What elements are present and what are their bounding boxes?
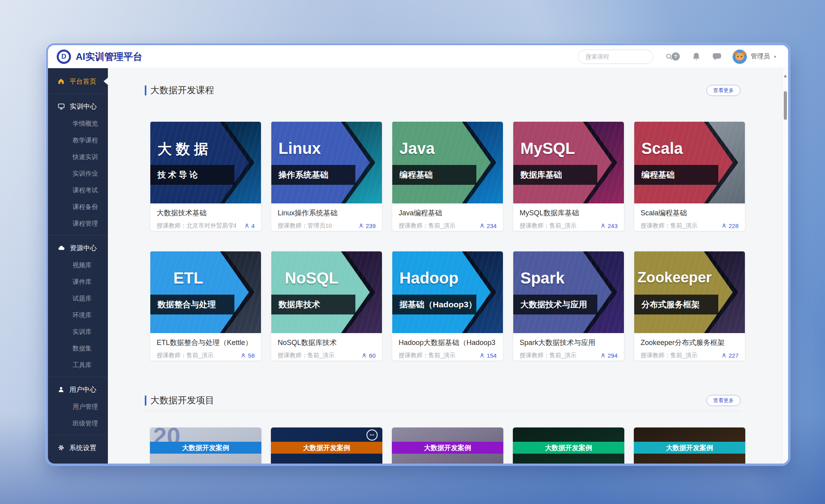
- course-name: Java编程基础: [399, 208, 497, 218]
- divider: [48, 435, 108, 435]
- course-teacher: 授课教师：售前_演示: [520, 222, 576, 230]
- sidebar-item[interactable]: 视频库: [48, 257, 108, 274]
- student-count: 294: [600, 352, 618, 359]
- user-icon: [58, 386, 65, 393]
- sidebar-item-home[interactable]: 平台首页: [48, 72, 108, 90]
- app-logo-icon: D: [57, 50, 71, 64]
- course-cover: Scala 编程基础: [634, 122, 745, 203]
- section-title: 大数据开发课程: [145, 84, 214, 96]
- sidebar-group-user-center[interactable]: 用户中心: [48, 380, 108, 399]
- course-name: 大数据技术基础: [157, 208, 255, 218]
- sidebar-item[interactable]: 课程考试: [48, 182, 108, 199]
- sidebar-item[interactable]: 用户管理: [48, 399, 108, 415]
- course-cover: Java 编程基础: [392, 122, 503, 203]
- sidebar-group-training-center[interactable]: 实训中心: [48, 97, 108, 115]
- project-banner: 大数据开发案例: [634, 442, 745, 454]
- course-teacher: 授课教师：售前_演示: [520, 352, 576, 359]
- help-icon[interactable]: ?: [671, 52, 681, 62]
- divider: [48, 235, 108, 236]
- project-card[interactable]: 大数据开发案例: [634, 427, 745, 464]
- sidebar-item[interactable]: 试题库: [48, 290, 108, 307]
- course-cover: NoSQL 数据库技术: [271, 251, 382, 333]
- course-card[interactable]: MySQL 数据库基础 MySQL数据库基础 授课教师：售前_演示 243: [513, 121, 624, 231]
- scroll-up-arrow-icon[interactable]: [784, 75, 787, 77]
- sidebar-item[interactable]: 课程管理: [48, 215, 108, 232]
- sidebar-item[interactable]: 数据集: [48, 340, 108, 357]
- avatar[interactable]: [733, 50, 747, 64]
- project-banner: 大数据开发案例: [392, 442, 503, 454]
- course-name: NoSQL数据库技术: [278, 338, 376, 347]
- student-count: 4: [244, 222, 255, 229]
- course-card[interactable]: ETL 数据整合与处理 ETL数据整合与处理（Kettle） 授课教师：售前_演…: [150, 251, 261, 361]
- student-count: 243: [600, 222, 618, 229]
- student-count: 154: [479, 352, 497, 359]
- course-card[interactable]: Scala 编程基础 Scala编程基础 授课教师：售前_演示 228: [634, 121, 745, 231]
- course-cover: Hadoop 据基础（Hadoop3）: [392, 251, 503, 333]
- home-icon: [58, 78, 65, 85]
- course-name: MySQL数据库基础: [520, 208, 618, 218]
- gear-icon: [58, 444, 65, 451]
- sidebar-item[interactable]: 学情概览: [48, 115, 108, 132]
- svg-text:?: ?: [674, 54, 677, 59]
- scrollbar[interactable]: [782, 68, 788, 464]
- search-input[interactable]: [585, 53, 665, 60]
- sidebar-item[interactable]: 工具库: [48, 357, 108, 374]
- course-card[interactable]: NoSQL 数据库技术 NoSQL数据库技术 授课教师：售前_演示 60: [271, 251, 382, 361]
- section-header-projects: 大数据开发项目 查看更多: [145, 394, 741, 406]
- sidebar-group-resource-center[interactable]: 资源中心: [48, 239, 108, 257]
- course-name: Zookeeper分布式服务框架: [641, 338, 739, 347]
- active-indicator: [104, 78, 108, 85]
- course-name: Scala编程基础: [641, 208, 739, 218]
- app-window: D AI实训管理平台 ?: [48, 45, 788, 464]
- cloud-icon: [58, 244, 65, 252]
- course-cover: MySQL 数据库基础: [513, 122, 624, 203]
- course-name: Spark大数据技术与应用: [520, 338, 618, 347]
- student-count: 228: [721, 222, 739, 229]
- sidebar-item[interactable]: 环境库: [48, 307, 108, 324]
- section-title: 大数据开发项目: [145, 394, 214, 406]
- project-card[interactable]: 大数据开发案例: [392, 427, 503, 464]
- course-teacher: 授课教师：北京市对外贸易学校教...: [157, 222, 236, 230]
- main-content: 大数据开发课程 查看更多 大 数 据 技 术 导 论 大数据技术基础 授课教师：…: [108, 68, 788, 464]
- course-card[interactable]: Zookeeper 分布式服务框架 Zookeeper分布式服务框架 授课教师：…: [634, 251, 745, 361]
- person-icon: [358, 223, 364, 229]
- project-card[interactable]: 20 大数据开发案例: [150, 427, 261, 464]
- project-banner: 大数据开发案例: [271, 442, 382, 454]
- sidebar-group-system-settings[interactable]: 系统设置: [48, 439, 108, 457]
- view-more-button[interactable]: 查看更多: [706, 395, 741, 406]
- project-banner: 大数据开发案例: [513, 442, 624, 454]
- course-cover: ETL 数据整合与处理: [150, 251, 261, 333]
- message-icon[interactable]: [712, 52, 722, 62]
- bell-icon[interactable]: [691, 52, 702, 62]
- section-divider: [145, 411, 741, 411]
- title-accent-bar: [145, 395, 146, 406]
- course-card[interactable]: Linux 操作系统基础 Linux操作系统基础 授课教师：管理员10 239: [271, 121, 382, 231]
- sidebar-item[interactable]: 课件库: [48, 274, 108, 290]
- course-teacher: 授课教师：管理员10: [278, 222, 332, 230]
- course-card[interactable]: Spark 大数据技术与应用 Spark大数据技术与应用 授课教师：售前_演示 …: [513, 251, 624, 361]
- course-card[interactable]: Java 编程基础 Java编程基础 授课教师：售前_演示 234: [392, 121, 503, 231]
- user-menu[interactable]: 管理员 ▾: [733, 50, 776, 64]
- course-name: Linux操作系统基础: [278, 208, 376, 218]
- course-card[interactable]: Hadoop 据基础（Hadoop3） Hadoop大数据基础（Hadoop3）…: [392, 251, 503, 361]
- sidebar-item[interactable]: 课程备份: [48, 199, 108, 215]
- sidebar-item[interactable]: 快速实训: [48, 149, 108, 165]
- chevron-down-icon[interactable]: ▾: [774, 54, 776, 59]
- person-icon: [721, 353, 727, 358]
- project-card[interactable]: ••• 大数据开发案例: [271, 427, 382, 464]
- student-count: 239: [358, 222, 376, 229]
- monitor-icon: [58, 103, 65, 110]
- project-banner: 大数据开发案例: [150, 442, 261, 454]
- sidebar-item[interactable]: 班级管理: [48, 415, 108, 432]
- view-more-button[interactable]: 查看更多: [706, 85, 741, 96]
- scrollbar-thumb[interactable]: [784, 91, 787, 120]
- person-icon: [600, 353, 606, 358]
- course-card[interactable]: 大 数 据 技 术 导 论 大数据技术基础 授课教师：北京市对外贸易学校教...…: [150, 121, 261, 231]
- project-card[interactable]: 大数据开发案例: [513, 427, 624, 464]
- student-count: 227: [721, 352, 739, 359]
- student-count: 58: [240, 352, 255, 359]
- sidebar-item[interactable]: 教学课程: [48, 132, 108, 149]
- sidebar-item[interactable]: 实训作业: [48, 165, 108, 182]
- sidebar-item[interactable]: 实训库: [48, 324, 108, 340]
- search-box[interactable]: [578, 50, 653, 64]
